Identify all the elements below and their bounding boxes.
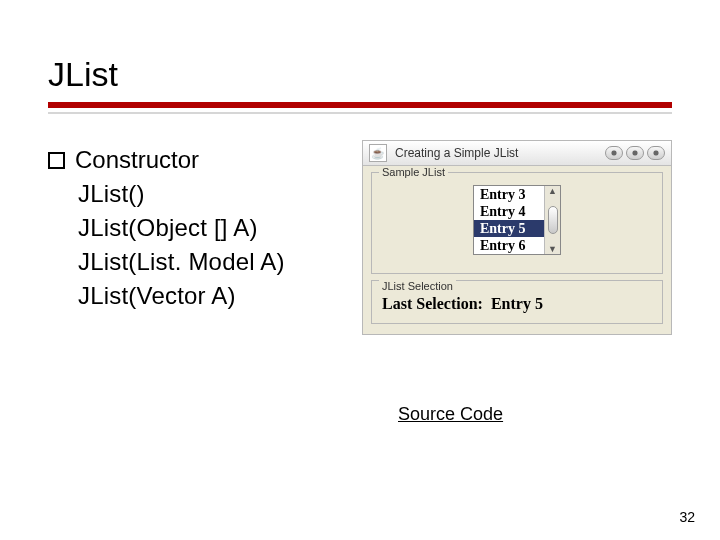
window-titlebar: ☕ Creating a Simple JList: [363, 141, 671, 166]
sample-legend: Sample JList: [379, 166, 448, 178]
demo-window: ☕ Creating a Simple JList Sample JList E…: [362, 140, 672, 335]
list-item[interactable]: Entry 3: [474, 186, 544, 203]
title-rule: [48, 102, 672, 108]
constructor-item: JList(): [78, 180, 342, 208]
maximize-button[interactable]: [626, 146, 644, 160]
title-shadow-rule: [48, 112, 672, 114]
content-left: Constructor JList() JList(Object [] A) J…: [48, 140, 342, 316]
last-selection-value: Entry 5: [491, 295, 543, 312]
sample-jlist-group: Sample JList Entry 3 Entry 4 Entry 5 Ent…: [371, 172, 663, 274]
bullet-label: Constructor: [75, 146, 199, 174]
list-item[interactable]: Entry 4: [474, 203, 544, 220]
selection-group: JList Selection Last Selection: Entry 5: [371, 280, 663, 324]
constructor-item: JList(Object [] A): [78, 214, 342, 242]
page-number: 32: [679, 509, 695, 525]
slide-title: JList: [48, 55, 672, 94]
jlist[interactable]: Entry 3 Entry 4 Entry 5 Entry 6 ▲ ▼: [473, 185, 561, 255]
source-code-link[interactable]: Source Code: [398, 404, 503, 425]
selection-legend: JList Selection: [379, 280, 456, 292]
window-title: Creating a Simple JList: [395, 146, 605, 160]
list-item[interactable]: Entry 5: [474, 220, 544, 237]
constructor-item: JList(Vector A): [78, 282, 342, 310]
java-icon: ☕: [369, 144, 387, 162]
close-button[interactable]: [647, 146, 665, 160]
scroll-up-icon[interactable]: ▲: [548, 186, 557, 196]
bullet-checkbox-icon: [48, 152, 65, 169]
last-selection-label: Last Selection:: [382, 295, 483, 312]
scroll-down-icon[interactable]: ▼: [548, 244, 557, 254]
constructor-item: JList(List. Model A): [78, 248, 342, 276]
scroll-thumb[interactable]: [548, 206, 558, 234]
list-item[interactable]: Entry 6: [474, 237, 544, 254]
minimize-button[interactable]: [605, 146, 623, 160]
scrollbar[interactable]: ▲ ▼: [544, 186, 560, 254]
